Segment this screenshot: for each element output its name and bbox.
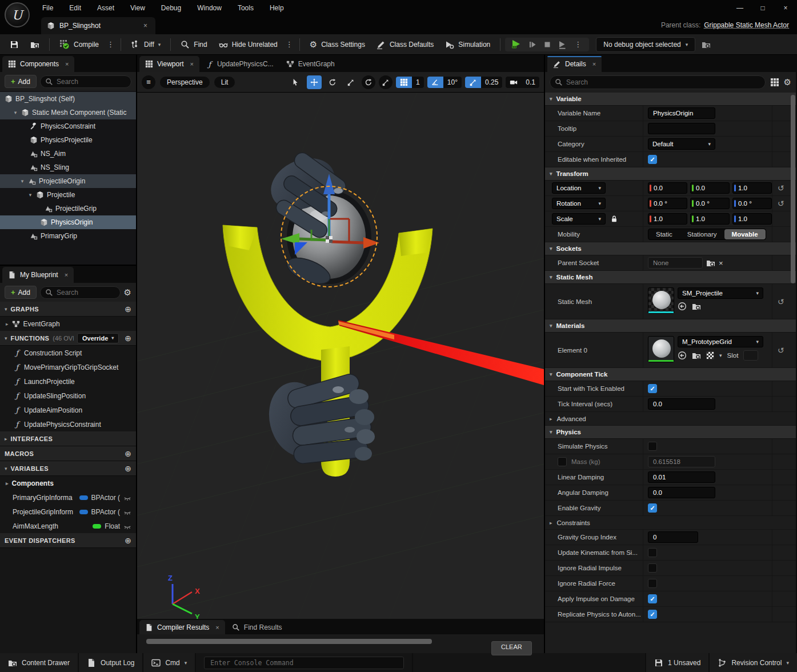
reset-icon[interactable]: ↺	[778, 346, 784, 355]
myblueprint-search-input[interactable]: Search	[40, 286, 121, 299]
function-launchprojectile[interactable]: ƒ LaunchProjectile	[0, 374, 136, 389]
camera-speed-value[interactable]: 0.1	[522, 77, 539, 88]
mobility-stationary[interactable]: Stationary	[680, 229, 724, 239]
eye-closed-icon[interactable]	[123, 508, 131, 516]
tab-eventgraph[interactable]: EventGraph	[281, 56, 341, 72]
add-macro-icon[interactable]: ⊕	[125, 449, 131, 458]
variable-aimmaxlength[interactable]: AimMaxLength Float	[0, 519, 136, 533]
tree-item-projectileorigin[interactable]: ▾ ProjectileOrigin	[0, 174, 136, 188]
menu-file[interactable]: File	[35, 2, 60, 14]
world-local-toggle-icon[interactable]	[362, 75, 375, 89]
parent-class-link[interactable]: Grippable Static Mesh Actor	[704, 21, 789, 29]
close-icon[interactable]: ×	[215, 624, 219, 631]
maximize-button[interactable]: □	[751, 1, 774, 15]
caret-down-icon[interactable]: ▾	[13, 110, 18, 115]
variable-name-input[interactable]: PhysicsOrigin	[648, 107, 715, 119]
interfaces-header[interactable]: ▸ INTERFACES	[0, 431, 136, 446]
checkbox-checked[interactable]	[648, 594, 657, 603]
event-dispatchers-header[interactable]: EVENT DISPATCHERS ⊕	[0, 533, 136, 548]
rotation-z-input[interactable]: 0.0 °	[732, 198, 772, 209]
variables-group-components[interactable]: ▸ Components	[0, 476, 136, 490]
functions-header[interactable]: ▾ FUNCTIONS (46 OVER Override ▾ ⊕	[0, 331, 136, 346]
slot-input[interactable]	[743, 350, 758, 361]
variables-header[interactable]: ▾ VARIABLES ⊕	[0, 461, 136, 476]
console-command-input[interactable]: Enter Console Command	[204, 657, 404, 669]
camera-speed-toggle[interactable]	[506, 77, 522, 88]
mobility-static[interactable]: Static	[648, 229, 680, 239]
eject-button[interactable]	[558, 40, 567, 49]
mass-override-checkbox[interactable]	[558, 457, 567, 466]
stop-button[interactable]	[543, 40, 552, 49]
scale-z-input[interactable]: 1.0	[732, 213, 772, 225]
tab-viewport[interactable]: Viewport ×	[139, 56, 199, 72]
menu-tools[interactable]: Tools	[231, 2, 261, 14]
scale-y-input[interactable]: 1.0	[690, 213, 730, 225]
checkbox-checked[interactable]	[648, 503, 657, 513]
use-selected-icon[interactable]	[678, 351, 687, 360]
save-button[interactable]	[5, 37, 24, 52]
tab-updatephysics[interactable]: ƒ UpdatePhysicsC...	[201, 56, 279, 72]
rotation-snap-toggle[interactable]	[427, 77, 443, 88]
tab-close-icon[interactable]: ×	[141, 22, 150, 30]
checkbox-unchecked[interactable]	[648, 442, 657, 451]
rotation-dropdown[interactable]: Rotation ▾	[552, 198, 606, 209]
close-icon[interactable]: ×	[190, 61, 193, 67]
display-filter-icon[interactable]	[770, 78, 779, 87]
grid-snap-toggle[interactable]	[396, 77, 412, 88]
menu-help[interactable]: Help	[263, 2, 291, 14]
frame-skip-button[interactable]	[528, 40, 537, 49]
class-defaults-button[interactable]: Class Defaults	[371, 37, 439, 52]
tab-find-results[interactable]: Find Results	[226, 620, 288, 634]
grid-snap-value[interactable]: 1	[412, 77, 424, 88]
vertical-scrollbar[interactable]	[791, 95, 795, 283]
details-settings-gear-icon[interactable]: ⚙	[784, 77, 791, 87]
rotation-y-input[interactable]: 0.0 °	[690, 198, 730, 209]
section-transform[interactable]: ▾ Transform	[545, 167, 796, 181]
graph-eventgraph[interactable]: ▸ EventGraph	[0, 317, 136, 331]
menu-debug[interactable]: Debug	[154, 2, 188, 14]
location-x-input[interactable]: 0.0	[648, 182, 687, 194]
function-updateslingposition[interactable]: ƒ UpdateSlingPosition	[0, 389, 136, 403]
tree-item-projectile[interactable]: ▾ Projectile	[0, 188, 136, 202]
add-component-button[interactable]: + Add	[5, 75, 37, 88]
scale-tool[interactable]	[343, 75, 358, 89]
material-thumbnail[interactable]	[648, 336, 674, 362]
tree-item-primarygrip[interactable]: PrimaryGrip	[0, 229, 136, 243]
clear-button[interactable]: CLEAR	[491, 641, 532, 655]
tab-components[interactable]: Components ×	[2, 56, 74, 72]
compile-options-icon[interactable]: ⋮	[105, 40, 116, 49]
checkbox-checked[interactable]	[648, 384, 657, 393]
horizontal-scrollbar[interactable]	[146, 639, 432, 644]
function-updatephysicsconstraint[interactable]: ƒ UpdatePhysicsConstraint	[0, 417, 136, 431]
content-drawer-button[interactable]: Content Drawer	[0, 653, 78, 672]
debug-browse-button[interactable]	[696, 37, 716, 52]
section-physics[interactable]: ▾ Physics	[545, 426, 796, 439]
variable-primarygripinforma[interactable]: PrimaryGripInforma BPActor (	[0, 490, 136, 505]
reset-icon[interactable]: ↺	[778, 297, 784, 306]
location-y-input[interactable]: 0.0	[690, 182, 730, 194]
lock-icon[interactable]	[610, 215, 618, 223]
checkbox-unchecked[interactable]	[648, 548, 657, 557]
play-options-icon[interactable]: ⋮	[572, 40, 583, 49]
debug-object-dropdown[interactable]: No debug object selected ▾	[596, 37, 695, 52]
location-z-input[interactable]: 1.0	[732, 182, 772, 194]
socket-clear-icon[interactable]: ×	[719, 259, 723, 267]
caret-down-icon[interactable]: ▾	[19, 178, 25, 184]
unsaved-button[interactable]: 1 Unsaved	[646, 653, 708, 672]
close-button[interactable]: ×	[774, 1, 797, 15]
add-function-icon[interactable]: ⊕	[125, 334, 131, 343]
scale-snap-value[interactable]: 0.25	[481, 77, 502, 88]
hide-unrelated-button[interactable]: Hide Unrelated	[214, 37, 283, 52]
section-static-mesh[interactable]: ▾ Static Mesh	[545, 271, 796, 284]
variable-projectilegripinform[interactable]: ProjectileGripInform BPActor (	[0, 505, 136, 519]
compile-button[interactable]: Compile	[54, 37, 104, 53]
close-icon[interactable]: ×	[65, 271, 68, 278]
angular-damping-input[interactable]: 0.0	[648, 487, 715, 498]
parent-socket-input[interactable]: None	[648, 257, 703, 269]
rotation-x-input[interactable]: 0.0 °	[648, 198, 687, 209]
output-log-button[interactable]: Output Log	[79, 653, 142, 672]
eye-closed-icon[interactable]	[123, 494, 131, 502]
minimize-button[interactable]: —	[728, 1, 751, 15]
rotation-snap-value[interactable]: 10°	[443, 77, 462, 88]
lit-button[interactable]: Lit	[214, 77, 235, 88]
